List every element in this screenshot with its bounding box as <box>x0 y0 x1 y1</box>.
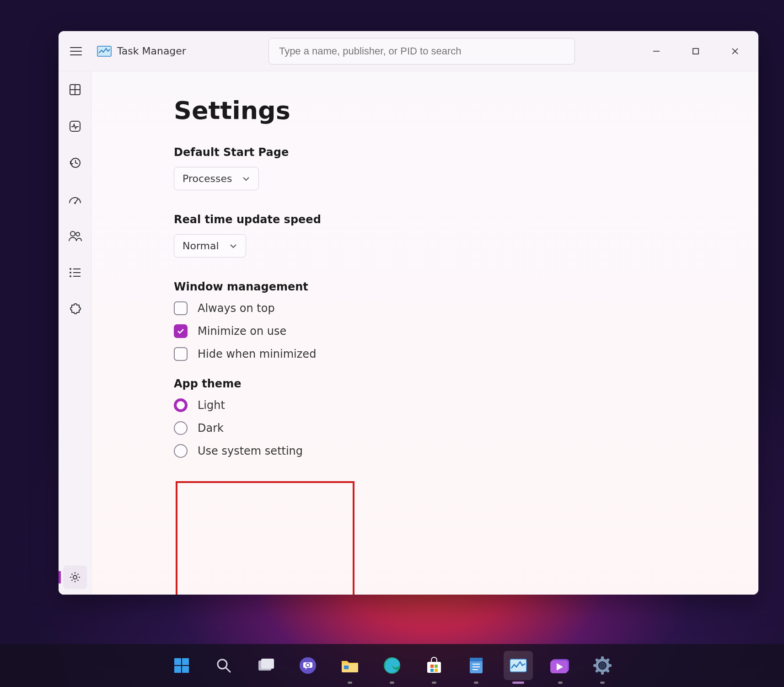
theme-dark-option[interactable]: Dark <box>174 421 758 435</box>
taskbar-task-manager[interactable] <box>504 651 533 680</box>
svg-rect-49 <box>510 659 526 672</box>
taskbar <box>0 644 784 687</box>
minimize-on-use-checkbox[interactable] <box>174 324 188 338</box>
hamburger-icon <box>70 47 82 56</box>
svg-rect-37 <box>344 666 349 669</box>
task-manager-window: Task Manager <box>59 31 758 595</box>
update-speed-label: Real time update speed <box>174 213 758 226</box>
svg-point-15 <box>70 231 75 236</box>
taskbar-clipchamp[interactable] <box>546 651 575 680</box>
dropdown-value: Processes <box>183 173 232 184</box>
nav-details[interactable] <box>63 261 87 284</box>
svg-rect-25 <box>182 658 189 665</box>
minimize-icon <box>652 47 660 55</box>
theme-dark-radio[interactable] <box>174 421 188 435</box>
edge-icon <box>382 656 402 675</box>
svg-point-21 <box>70 275 71 277</box>
nav-processes[interactable] <box>63 78 87 102</box>
svg-rect-39 <box>427 662 441 673</box>
task-view-icon <box>257 658 275 673</box>
svg-rect-31 <box>261 659 274 669</box>
active-indicator <box>59 571 61 584</box>
svg-rect-26 <box>174 666 181 673</box>
hide-when-minimized-option[interactable]: Hide when minimized <box>174 347 758 361</box>
theme-light-option[interactable]: Light <box>174 398 758 412</box>
taskbar-file-explorer[interactable] <box>335 651 365 680</box>
puzzle-icon <box>69 303 81 316</box>
page-title: Settings <box>174 96 758 125</box>
option-label: Dark <box>198 422 224 435</box>
sidebar <box>59 71 91 595</box>
taskbar-edge[interactable] <box>377 651 407 680</box>
store-icon <box>425 656 443 675</box>
theme-system-radio[interactable] <box>174 444 188 458</box>
hide-when-minimized-checkbox[interactable] <box>174 347 188 361</box>
speedometer-icon <box>68 194 82 205</box>
taskbar-chat[interactable] <box>293 651 322 680</box>
app-title: Task Manager <box>117 45 186 57</box>
option-label: Hide when minimized <box>198 348 316 360</box>
folder-icon <box>340 657 360 674</box>
option-label: Minimize on use <box>198 325 286 338</box>
svg-line-29 <box>226 668 230 672</box>
grid-icon <box>69 83 81 96</box>
app-icon <box>97 44 112 59</box>
theme-system-option[interactable]: Use system setting <box>174 444 758 458</box>
nav-settings[interactable] <box>63 565 87 589</box>
history-icon <box>69 156 81 169</box>
update-speed-dropdown[interactable]: Normal <box>174 234 246 258</box>
default-start-page-label: Default Start Page <box>174 146 758 159</box>
close-button[interactable] <box>715 37 755 66</box>
gear-icon <box>69 571 81 584</box>
minimize-on-use-option[interactable]: Minimize on use <box>174 324 758 338</box>
svg-point-14 <box>74 202 76 204</box>
minimize-button[interactable] <box>637 37 676 66</box>
titlebar: Task Manager <box>59 31 758 71</box>
chevron-down-icon <box>229 243 237 249</box>
nav-services[interactable] <box>63 297 87 321</box>
svg-rect-41 <box>435 665 438 668</box>
option-label: Always on top <box>198 302 275 315</box>
svg-rect-40 <box>430 665 434 668</box>
taskbar-settings[interactable] <box>588 651 617 680</box>
svg-rect-24 <box>174 658 181 665</box>
theme-light-radio[interactable] <box>174 398 188 412</box>
task-manager-icon <box>509 657 528 674</box>
nav-performance[interactable] <box>63 114 87 138</box>
nav-app-history[interactable] <box>63 151 87 175</box>
svg-point-23 <box>73 575 77 579</box>
svg-point-17 <box>70 268 71 270</box>
hamburger-menu-button[interactable] <box>64 39 88 63</box>
chevron-down-icon <box>242 176 250 182</box>
svg-rect-42 <box>430 669 434 672</box>
svg-rect-43 <box>435 669 438 672</box>
main-content: Settings Default Start Page Processes Re… <box>91 71 758 595</box>
dropdown-value: Normal <box>183 240 219 252</box>
taskbar-store[interactable] <box>419 651 449 680</box>
taskbar-start[interactable] <box>167 651 196 680</box>
default-start-page-dropdown[interactable]: Processes <box>174 167 259 190</box>
window-controls <box>637 37 755 66</box>
search-icon <box>215 657 232 674</box>
chat-icon <box>298 656 317 675</box>
maximize-button[interactable] <box>676 37 715 66</box>
taskbar-task-view[interactable] <box>251 651 280 680</box>
svg-rect-5 <box>693 48 698 54</box>
nav-users[interactable] <box>63 224 87 248</box>
clipchamp-icon <box>550 658 570 673</box>
always-on-top-option[interactable]: Always on top <box>174 301 758 315</box>
always-on-top-checkbox[interactable] <box>174 301 188 315</box>
app-theme-label: App theme <box>174 377 758 390</box>
gear-icon <box>593 656 612 675</box>
taskbar-search[interactable] <box>209 651 238 680</box>
windows-icon <box>172 656 191 675</box>
taskbar-notepad[interactable] <box>462 651 491 680</box>
heartbeat-icon <box>69 120 81 133</box>
svg-rect-27 <box>182 666 189 673</box>
nav-startup-apps[interactable] <box>63 188 87 211</box>
search-input[interactable] <box>268 38 575 64</box>
svg-point-63 <box>600 663 605 668</box>
notepad-icon <box>468 656 484 675</box>
svg-point-16 <box>76 232 80 236</box>
option-label: Use system setting <box>198 445 303 457</box>
